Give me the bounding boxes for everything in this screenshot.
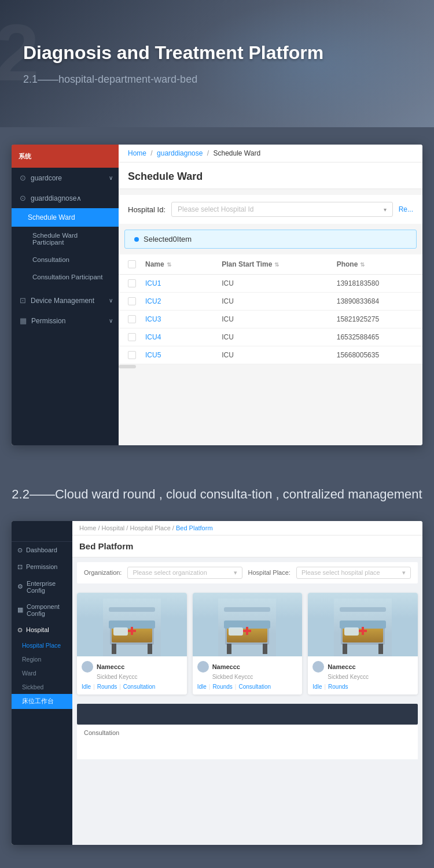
row-checkbox-2[interactable] (128, 315, 145, 323)
section-2: 2.2——Cloud ward round , cloud consulta-t… (0, 463, 434, 862)
bed-svg-3 (334, 599, 392, 656)
bed-info-1: Nameccc Sickbed Keyccc Idle | Rounds | C… (77, 656, 187, 695)
svg-rect-17 (263, 644, 267, 654)
table-rows: ICU1 ICU 13918183580 ICU2 ICU 1389083368… (119, 275, 422, 364)
sc2-bc-current: Bed Platform (176, 525, 213, 531)
bed-action-idle-2[interactable]: Idle (197, 684, 207, 690)
row-phone-3: 16532588465 (337, 333, 413, 341)
sc2-sub-ward[interactable]: Ward (12, 666, 72, 680)
phone-sort-icon[interactable]: ⇅ (360, 261, 365, 268)
sc2-sidebar: ⊙ Dashboard ⊡ Permission ⚙ Enterprise Co… (12, 521, 72, 845)
sidebar-item-guarddiagnose[interactable]: ⊙ guarddiagnose (12, 188, 119, 208)
filter-bar-1: Hospital Id: Please select Hospital Id ▾… (119, 195, 422, 224)
permission-icon: ▦ (20, 316, 27, 325)
bed-actions-2: Idle | Rounds | Consultation (197, 684, 298, 690)
sc2-org-label: Organization: (84, 569, 122, 576)
bed-actions-3: Idle | Rounds (312, 684, 413, 690)
selected-count-text: Selected0Item (144, 235, 192, 243)
row-checkbox-3[interactable] (128, 333, 145, 341)
row-plan-4: ICU (222, 351, 336, 359)
sc2-sidebar-dashboard[interactable]: ⊙ Dashboard (12, 542, 72, 559)
hero-section: 2 Diagnosis and Treatment Platform 2.1——… (0, 0, 434, 127)
breadcrumb-home[interactable]: Home (128, 149, 146, 157)
select-arrow-icon: ▾ (384, 206, 387, 213)
sc2-bc-hospital[interactable]: Hospital (102, 525, 125, 531)
sc2-bc-home[interactable]: Home (79, 525, 96, 531)
device-icon: ⊡ (20, 296, 26, 305)
sc2-sidebar-hospital[interactable]: ⊙ Hospital (12, 622, 72, 638)
hospital-id-select[interactable]: Please select Hospital Id ▾ (171, 202, 393, 217)
svg-rect-11 (224, 607, 270, 612)
bed-key-3: Sickbed Keyccc (312, 674, 413, 680)
sidebar-logo-text: 系统 (19, 152, 31, 161)
row-checkbox-0[interactable] (128, 279, 145, 287)
bed-info-3: Nameccc Sickbed Keyccc Idle | Rounds (308, 656, 418, 695)
bed-action-rounds-3[interactable]: Rounds (328, 684, 348, 690)
row-phone-1: 13890833684 (337, 297, 413, 305)
guardcore-icon: ⊙ (20, 173, 26, 182)
sidebar-sub-consultation-participant[interactable]: Consultation Participant (12, 268, 119, 286)
row-checkbox-4[interactable] (128, 351, 145, 359)
bed-image-2 (193, 593, 303, 656)
bed-action-idle-3[interactable]: Idle (312, 684, 322, 690)
bed-action-rounds-1[interactable]: Rounds (97, 684, 117, 690)
bed-name-3: Nameccc (328, 663, 355, 670)
breadcrumb-parent[interactable]: guarddiagnose (157, 149, 203, 157)
sc2-sidebar-permission[interactable]: ⊡ Permission (12, 559, 72, 575)
dashboard-icon: ⊙ (17, 546, 23, 554)
bed-image-3 (308, 593, 418, 656)
row-name-3: ICU4 (145, 333, 222, 341)
sc2-sub-hospital-place[interactable]: Hospital Place (12, 638, 72, 652)
sc2-bc-hospital-place[interactable]: Hospital Place (130, 525, 170, 531)
sc2-sub-bed-workstation[interactable]: 床位工作台 (12, 694, 72, 709)
svg-rect-9 (131, 627, 133, 635)
bed-actions-1: Idle | Rounds | Consultation (82, 684, 182, 690)
col-name-label: Name (145, 260, 164, 268)
svg-rect-7 (148, 644, 152, 654)
reset-button[interactable]: Re... (399, 205, 413, 213)
svg-rect-21 (340, 607, 386, 612)
section-2-header: 2.2——Cloud ward round , cloud consulta-t… (12, 486, 422, 504)
bed-action-idle-1[interactable]: Idle (82, 684, 91, 690)
hero-title: Diagnosis and Treatment Platform (23, 42, 411, 64)
sidebar-sub-schedule-ward-participant[interactable]: Schedule Ward Participant (12, 227, 119, 251)
sidebar-sub-consultation[interactable]: Consultation (12, 251, 119, 268)
sidebar-item-guardcore[interactable]: ⊙ guardcore (12, 168, 119, 188)
section-2-subtitle: 2.2——Cloud ward round , cloud consulta-t… (12, 486, 422, 504)
sidebar-1: 系统 ⊙ guardcore ⊙ guarddiagnose Schedule … (12, 145, 119, 445)
bed-action-consultation-1[interactable]: Consultation (123, 684, 156, 690)
sidebar-item-permission[interactable]: ▦ Permission (12, 311, 119, 331)
bed-grid: Nameccc Sickbed Keyccc Idle | Rounds | C… (72, 588, 422, 699)
bed-action-consultation-2[interactable]: Consultation (238, 684, 271, 690)
sidebar-sub-schedule-ward[interactable]: Schedule Ward (12, 208, 119, 227)
sc2-hospital-label: Hospital Place: (248, 569, 290, 576)
guarddiagnose-icon: ⊙ (20, 194, 26, 202)
svg-rect-19 (246, 627, 248, 635)
sidebar-item-device-management[interactable]: ⊡ Device Management (12, 290, 119, 311)
sc2-sidebar-enterprise-config[interactable]: ⚙ Enterprise Config (12, 575, 72, 599)
bed-key-1: Sickbed Keyccc (82, 674, 182, 680)
name-sort-icon[interactable]: ⇅ (167, 261, 171, 268)
svg-rect-1 (109, 607, 155, 612)
sc2-sidebar-component-config[interactable]: ▦ Component Config (12, 599, 72, 622)
col-checkbox (128, 260, 145, 268)
plan-sort-icon[interactable]: ⇅ (274, 261, 279, 268)
header-checkbox[interactable] (128, 260, 136, 268)
sc2-org-select[interactable]: Please select organization ▾ (127, 567, 242, 579)
component-icon: ▦ (17, 606, 23, 614)
sc2-sub-region[interactable]: Region (12, 652, 72, 666)
sc2-bottom-bar (77, 704, 418, 725)
row-phone-2: 15821925275 (337, 315, 413, 323)
scrollbar-thumb (119, 365, 136, 368)
breadcrumb-sep-1: / (150, 149, 155, 157)
sc2-hospital-select[interactable]: Please select hospital place ▾ (296, 567, 411, 579)
sc2-org-arrow-icon: ▾ (234, 569, 237, 577)
sc2-sub-sickbed[interactable]: Sickbed (12, 680, 72, 694)
bed-name-1: Nameccc (97, 663, 124, 670)
row-plan-1: ICU (222, 297, 336, 305)
selected-dot-icon (134, 237, 139, 242)
bed-action-rounds-2[interactable]: Rounds (212, 684, 232, 690)
row-checkbox-1[interactable] (128, 297, 145, 305)
horizontal-scrollbar[interactable] (119, 364, 422, 369)
svg-rect-27 (378, 644, 383, 654)
